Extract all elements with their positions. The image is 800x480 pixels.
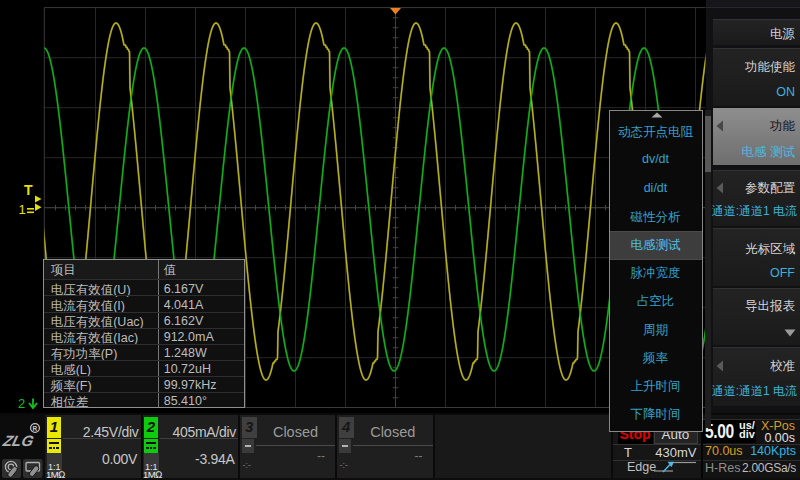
svg-text:1: 1 bbox=[19, 202, 26, 217]
svg-text:T: T bbox=[24, 182, 33, 198]
svg-text:2: 2 bbox=[18, 396, 25, 411]
svg-text:ZLG: ZLG bbox=[0, 433, 35, 450]
svg-text:R: R bbox=[33, 425, 38, 432]
